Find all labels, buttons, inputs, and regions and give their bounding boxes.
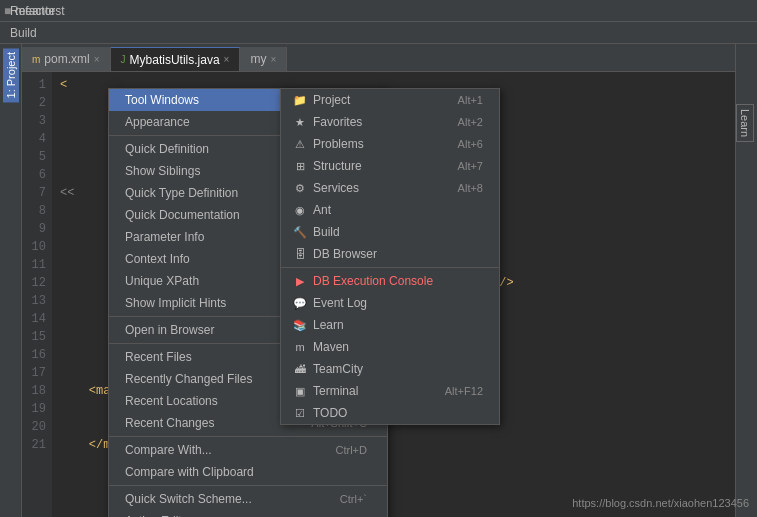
submenu-icon-project: 📁 xyxy=(293,94,307,107)
submenu-item-problems[interactable]: ⚠ProblemsAlt+6 xyxy=(281,133,499,155)
view-menu-item-active-editor[interactable]: Active Editor▶ xyxy=(109,510,387,517)
view-menu-label-quick-switch: Quick Switch Scheme... xyxy=(125,492,252,506)
submenu-icon-services: ⚙ xyxy=(293,182,307,195)
view-menu-label-recent-changes: Recent Changes xyxy=(125,416,214,430)
title-bar: ■ meantest xyxy=(0,0,757,22)
submenu-label-teamcity: TeamCity xyxy=(313,362,483,376)
submenu-item-ant[interactable]: ◉Ant xyxy=(281,199,499,221)
submenu-icon-favorites: ★ xyxy=(293,116,307,129)
view-menu-label-context-info: Context Info xyxy=(125,252,190,266)
view-menu-label-appearance: Appearance xyxy=(125,115,190,129)
submenu-item-db-exec[interactable]: ▶DB Execution Console xyxy=(281,270,499,292)
mybatis-tab[interactable]: J MybatisUtils.java × xyxy=(111,47,241,71)
submenu-shortcut-problems: Alt+6 xyxy=(458,138,483,150)
submenu-shortcut-structure: Alt+7 xyxy=(458,160,483,172)
submenu-icon-teamcity: 🏙 xyxy=(293,363,307,375)
submenu-icon-terminal: ▣ xyxy=(293,385,307,398)
submenu-item-favorites[interactable]: ★FavoritesAlt+2 xyxy=(281,111,499,133)
submenu-item-structure[interactable]: ⊞StructureAlt+7 xyxy=(281,155,499,177)
submenu-icon-structure: ⊞ xyxy=(293,160,307,173)
view-menu-label-recent-locations: Recent Locations xyxy=(125,394,218,408)
view-menu-label-tool-windows: Tool Windows xyxy=(125,93,199,107)
view-menu-label-param-info: Parameter Info xyxy=(125,230,204,244)
view-menu-label-quick-def: Quick Definition xyxy=(125,142,209,156)
view-menu-separator-21 xyxy=(109,485,387,486)
view-menu-label-recent-files: Recent Files xyxy=(125,350,192,364)
submenu-shortcut-favorites: Alt+2 xyxy=(458,116,483,128)
tool-windows-submenu: 📁ProjectAlt+1★FavoritesAlt+2⚠ProblemsAlt… xyxy=(280,88,500,425)
submenu-label-favorites: Favorites xyxy=(313,115,452,129)
submenu-label-learn: Learn xyxy=(313,318,483,332)
submenu-item-build[interactable]: 🔨Build xyxy=(281,221,499,243)
view-menu-item-compare-clipboard[interactable]: Compare with Clipboard xyxy=(109,461,387,483)
submenu-shortcut-terminal: Alt+F12 xyxy=(445,385,483,397)
menu-item-build[interactable]: Build xyxy=(2,22,89,44)
view-menu-label-compare-clipboard: Compare with Clipboard xyxy=(125,465,254,479)
submenu-item-services[interactable]: ⚙ServicesAlt+8 xyxy=(281,177,499,199)
submenu-item-db-browser[interactable]: 🗄DB Browser xyxy=(281,243,499,265)
view-menu-item-compare-with[interactable]: Compare With...Ctrl+D xyxy=(109,439,387,461)
submenu-icon-learn: 📚 xyxy=(293,319,307,332)
submenu-label-terminal: Terminal xyxy=(313,384,439,398)
view-menu-separator-18 xyxy=(109,436,387,437)
pom-tab-close[interactable]: × xyxy=(94,54,100,65)
submenu-icon-maven: m xyxy=(293,341,307,353)
view-menu-label-recently-changed: Recently Changed Files xyxy=(125,372,252,386)
submenu-item-maven[interactable]: mMaven xyxy=(281,336,499,358)
view-menu-item-quick-switch[interactable]: Quick Switch Scheme...Ctrl+` xyxy=(109,488,387,510)
view-menu-label-compare-with: Compare With... xyxy=(125,443,212,457)
submenu-label-db-browser: DB Browser xyxy=(313,247,483,261)
submenu-label-structure: Structure xyxy=(313,159,452,173)
pom-tab[interactable]: m pom.xml × xyxy=(22,47,111,71)
submenu-label-services: Services xyxy=(313,181,452,195)
submenu-shortcut-services: Alt+8 xyxy=(458,182,483,194)
submenu-icon-build: 🔨 xyxy=(293,226,307,239)
submenu-label-maven: Maven xyxy=(313,340,483,354)
submenu-item-learn[interactable]: 📚Learn xyxy=(281,314,499,336)
view-menu-label-open-browser: Open in Browser xyxy=(125,323,214,337)
submenu-icon-event-log: 💬 xyxy=(293,297,307,310)
view-menu-label-unique-xpath: Unique XPath xyxy=(125,274,199,288)
submenu-label-problems: Problems xyxy=(313,137,452,151)
view-menu-label-show-siblings: Show Siblings xyxy=(125,164,200,178)
submenu-icon-todo: ☑ xyxy=(293,407,307,420)
submenu-label-db-exec: DB Execution Console xyxy=(313,274,483,288)
view-menu-label-quick-type: Quick Type Definition xyxy=(125,186,238,200)
view-menu-label-quick-doc: Quick Documentation xyxy=(125,208,240,222)
submenu-item-project[interactable]: 📁ProjectAlt+1 xyxy=(281,89,499,111)
submenu-item-teamcity[interactable]: 🏙TeamCity xyxy=(281,358,499,380)
submenu-separator-after-db xyxy=(281,267,499,268)
my-tab[interactable]: my × xyxy=(240,47,287,71)
dropdown-overlay: Tool Windows▶Appearance▶Quick Definition… xyxy=(0,88,757,517)
tabs-bar: m pom.xml × J MybatisUtils.java × my × xyxy=(22,44,735,72)
submenu-label-project: Project xyxy=(313,93,452,107)
submenu-label-ant: Ant xyxy=(313,203,483,217)
submenu-label-event-log: Event Log xyxy=(313,296,483,310)
submenu-shortcut-project: Alt+1 xyxy=(458,94,483,106)
view-menu-shortcut-quick-switch: Ctrl+` xyxy=(320,493,367,505)
submenu-item-todo[interactable]: ☑TODO xyxy=(281,402,499,424)
menu-item-refactor[interactable]: Refactor xyxy=(2,0,89,22)
submenu-icon-ant: ◉ xyxy=(293,204,307,217)
submenu-icon-db-exec: ▶ xyxy=(293,275,307,288)
submenu-icon-problems: ⚠ xyxy=(293,138,307,151)
menu-bar: FileEditViewNavigateCodeAnalyzeRefactorB… xyxy=(0,22,757,44)
submenu-item-event-log[interactable]: 💬Event Log xyxy=(281,292,499,314)
submenu-label-todo: TODO xyxy=(313,406,483,420)
submenu-icon-db-browser: 🗄 xyxy=(293,248,307,260)
submenu-label-build: Build xyxy=(313,225,483,239)
editor-area: 1: Project m pom.xml × J MybatisUtils.ja… xyxy=(0,44,757,517)
my-tab-close[interactable]: × xyxy=(270,54,276,65)
view-menu-shortcut-compare-with: Ctrl+D xyxy=(316,444,367,456)
mybatis-tab-close[interactable]: × xyxy=(224,54,230,65)
submenu-item-terminal[interactable]: ▣TerminalAlt+F12 xyxy=(281,380,499,402)
view-menu-label-show-hints: Show Implicit Hints xyxy=(125,296,226,310)
